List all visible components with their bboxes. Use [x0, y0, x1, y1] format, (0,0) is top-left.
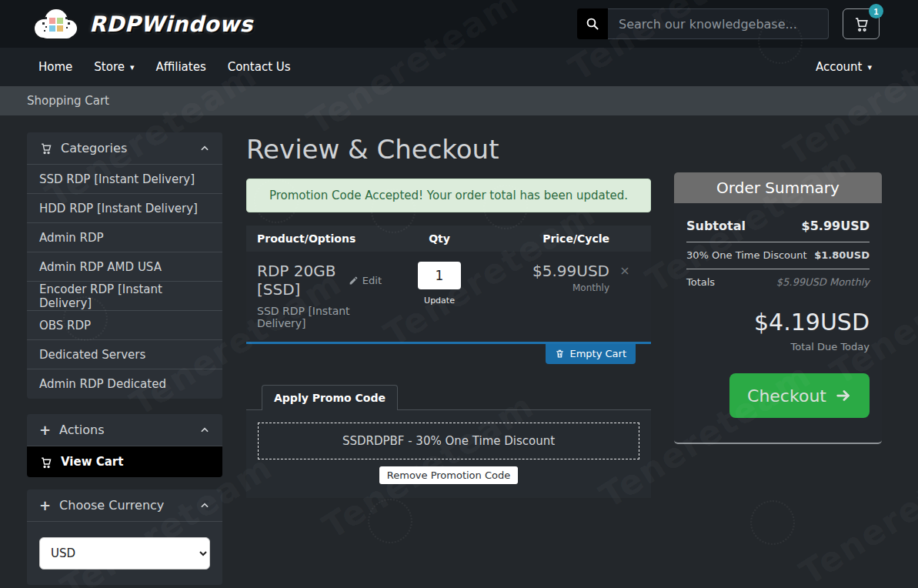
main-nav: Home Store ▾ Affiliates Contact Us Accou…	[0, 48, 918, 86]
summary-row-discount: 30% One Time Discount $1.80USD	[686, 242, 870, 269]
sidebar-item-hdd-rdp[interactable]: HDD RDP [Instant Delivery]	[27, 194, 222, 223]
edit-product-link[interactable]: Edit	[349, 275, 382, 286]
product-name: RDP 20GB [SSD]	[257, 262, 341, 299]
sidebar-item-view-cart[interactable]: View Cart	[27, 446, 222, 477]
cart-table: Product/Options Qty Price/Cycle RDP 20GB…	[246, 226, 651, 344]
chevron-up-icon	[199, 425, 210, 436]
checkout-button[interactable]: Checkout	[729, 373, 870, 418]
promo-accepted-alert: Promotion Code Accepted! Your order tota…	[246, 179, 651, 212]
search-icon	[586, 17, 599, 31]
discount-value: $1.80USD	[814, 249, 870, 261]
summary-row-subtotal: Subtotal $5.99USD	[686, 212, 870, 242]
brand-cloud-icon	[31, 6, 82, 42]
update-qty-link[interactable]: Update	[424, 296, 455, 306]
discount-label: 30% One Time Discount	[686, 249, 807, 261]
categories-title: Categories	[61, 141, 127, 155]
col-header-product-options: Product/Options	[257, 232, 382, 245]
search-input[interactable]	[608, 8, 829, 39]
tab-apply-promo-code[interactable]: Apply Promo Code	[262, 385, 398, 410]
remove-item-button[interactable]: ×	[609, 262, 640, 278]
sidebar-item-admin-rdp-dedicated[interactable]: Admin RDP Dedicated	[27, 369, 222, 399]
search-button[interactable]	[577, 8, 608, 39]
nav-affiliates-label: Affiliates	[155, 60, 205, 74]
order-summary-panel: Order Summary Subtotal $5.99USD 30% One …	[674, 172, 882, 444]
cart-table-header: Product/Options Qty Price/Cycle	[246, 226, 651, 252]
nav-store-label: Store	[94, 60, 125, 74]
header-cart-button[interactable]: 1	[843, 8, 880, 39]
nav-item-account[interactable]: Account ▾	[816, 60, 872, 74]
breadcrumb[interactable]: Shopping Cart	[27, 94, 109, 108]
pencil-icon	[349, 276, 359, 286]
edit-label: Edit	[362, 275, 382, 286]
currency-title: Choose Currency	[59, 498, 164, 513]
price-cycle: Monthly	[497, 282, 609, 293]
plus-icon: +	[39, 499, 51, 513]
page-title: Review & Checkout	[246, 134, 651, 165]
col-header-qty: Qty	[382, 232, 497, 245]
categories-panel: Categories SSD RDP [Instant Delivery] HD…	[27, 132, 222, 399]
nav-item-affiliates[interactable]: Affiliates	[155, 60, 205, 74]
brand-logo[interactable]: RDPWindows	[31, 6, 253, 42]
sidebar-item-ssd-rdp[interactable]: SSD RDP [Instant Delivery]	[27, 165, 222, 194]
chevron-up-icon	[199, 143, 210, 154]
empty-cart-button[interactable]: Empty Cart	[546, 344, 636, 364]
nav-item-home[interactable]: Home	[38, 60, 72, 74]
qty-input[interactable]	[418, 262, 461, 289]
totals-value: $5.99USD Monthly	[776, 276, 870, 288]
totals-label: Totals	[686, 276, 715, 288]
knowledgebase-search	[577, 8, 829, 39]
total-due-label: Total Due Today	[686, 341, 870, 352]
applied-promo-code: SSDRDPBF - 30% One Time Discount	[258, 423, 639, 459]
currency-panel-body: USD	[27, 522, 222, 585]
sidebar: Categories SSD RDP [Instant Delivery] HD…	[27, 132, 222, 585]
order-summary-title: Order Summary	[674, 172, 882, 203]
view-cart-label: View Cart	[61, 455, 123, 469]
plus-icon: +	[39, 423, 51, 437]
actions-title: Actions	[59, 423, 104, 437]
remove-promo-button[interactable]: Remove Promotion Code	[379, 466, 518, 484]
checkout-label: Checkout	[747, 386, 826, 406]
price-value: $5.99USD	[497, 262, 609, 280]
main-column: Review & Checkout Promotion Code Accepte…	[246, 132, 651, 498]
sidebar-item-admin-rdp-amd-usa[interactable]: Admin RDP AMD USA	[27, 252, 222, 282]
sidebar-item-encoder-rdp[interactable]: Encoder RDP [Instant Delivery]	[27, 282, 222, 311]
top-header: RDPWindows 1	[0, 0, 918, 48]
nav-item-store[interactable]: Store ▾	[94, 60, 134, 74]
caret-down-icon: ▾	[130, 62, 135, 72]
arrow-right-icon	[835, 387, 852, 404]
categories-panel-header[interactable]: Categories	[27, 132, 222, 165]
product-cell: RDP 20GB [SSD] Edit SSD RDP [Instant Del…	[257, 262, 382, 329]
product-category: SSD RDP [Instant Delivery]	[257, 305, 382, 329]
nav-home-label: Home	[38, 60, 72, 74]
summary-row-totals: Totals $5.99USD Monthly	[686, 269, 870, 288]
currency-panel-header[interactable]: + Choose Currency	[27, 489, 222, 522]
col-header-price-cycle: Price/Cycle	[497, 232, 609, 245]
caret-down-icon: ▾	[867, 62, 872, 72]
currency-panel: + Choose Currency USD	[27, 489, 222, 585]
brand-name: RDPWindows	[89, 12, 253, 37]
actions-panel: + Actions View Cart	[27, 414, 222, 477]
page-content: Categories SSD RDP [Instant Delivery] HD…	[0, 115, 918, 588]
nav-item-contact-us[interactable]: Contact Us	[228, 60, 291, 74]
sidebar-item-admin-rdp[interactable]: Admin RDP	[27, 223, 222, 252]
order-summary-body: Subtotal $5.99USD 30% One Time Discount …	[674, 203, 882, 443]
empty-cart-label: Empty Cart	[569, 348, 626, 359]
total-due-amount: $4.19USD	[686, 309, 870, 336]
cart-item-row: RDP 20GB [SSD] Edit SSD RDP [Instant Del…	[246, 252, 651, 342]
chevron-up-icon	[199, 500, 210, 511]
sidebar-item-obs-rdp[interactable]: OBS RDP	[27, 311, 222, 340]
empty-cart-row: Empty Cart	[246, 344, 651, 364]
currency-select[interactable]: USD	[39, 537, 210, 570]
promo-panel: SSDRDPBF - 30% One Time Discount Remove …	[246, 409, 651, 498]
close-icon: ×	[619, 263, 629, 278]
nav-account-label: Account	[816, 60, 863, 74]
actions-panel-header[interactable]: + Actions	[27, 414, 222, 446]
cart-count-badge: 1	[869, 4, 883, 18]
cart-icon	[853, 15, 870, 32]
cart-icon	[39, 456, 52, 469]
sidebar-item-dedicated-servers[interactable]: Dedicated Servers	[27, 340, 222, 369]
nav-contact-label: Contact Us	[228, 60, 291, 74]
subtotal-label: Subtotal	[686, 219, 746, 233]
subtotal-value: $5.99USD	[802, 219, 870, 233]
price-cell: $5.99USD Monthly	[497, 262, 609, 293]
